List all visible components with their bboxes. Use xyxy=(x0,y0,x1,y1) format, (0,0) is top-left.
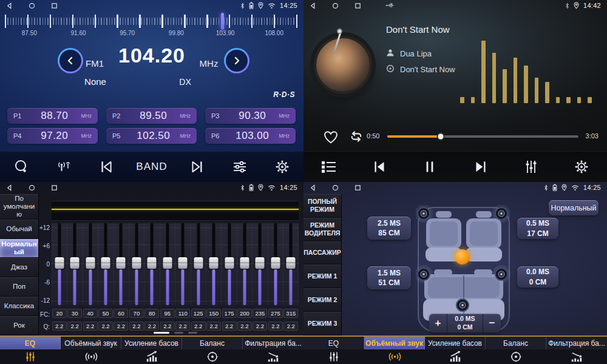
nav-home-icon[interactable] xyxy=(332,184,339,191)
slider-knob[interactable] xyxy=(287,257,296,269)
prev-station-button[interactable] xyxy=(94,155,118,179)
audio-settings-button[interactable] xyxy=(228,155,252,179)
broadcast-button[interactable] xyxy=(52,155,76,179)
eq-band-slider[interactable] xyxy=(237,223,252,305)
eq-band-slider[interactable] xyxy=(175,223,191,305)
radio-preset-button[interactable]: P4 97.20 MHz xyxy=(7,128,98,144)
slider-knob[interactable] xyxy=(240,257,249,269)
eq-band-slider[interactable] xyxy=(129,223,144,305)
progress-bar[interactable] xyxy=(387,135,578,138)
scan-button[interactable] xyxy=(9,155,33,179)
bottom-tab[interactable]: EQ xyxy=(304,337,364,364)
eq-band-slider[interactable] xyxy=(206,223,221,305)
nav-home-icon[interactable] xyxy=(29,184,35,191)
slider-knob[interactable] xyxy=(117,257,126,269)
bottom-tab[interactable]: Баланс xyxy=(182,337,243,364)
settings-button[interactable] xyxy=(270,155,294,179)
slider-knob[interactable] xyxy=(148,257,157,269)
seek-up-button[interactable] xyxy=(224,48,249,73)
slider-knob[interactable] xyxy=(256,257,265,269)
listener-position-dot[interactable] xyxy=(455,249,470,265)
bottom-tab[interactable]: EQ xyxy=(0,337,61,364)
slider-knob[interactable] xyxy=(70,257,80,269)
radio-preset-button[interactable]: P3 90.30 MHz xyxy=(205,108,296,124)
dial-indicator[interactable] xyxy=(221,13,224,30)
eq-band-slider[interactable] xyxy=(114,223,129,305)
eq-band-slider[interactable] xyxy=(268,223,283,305)
eq-preset-item[interactable]: Классика xyxy=(0,297,38,316)
radio-preset-button[interactable]: P6 103.00 MHz xyxy=(205,128,296,144)
playlist-button[interactable] xyxy=(317,155,341,179)
pause-button[interactable] xyxy=(418,155,442,179)
eq-button[interactable] xyxy=(519,155,543,179)
band-button[interactable]: BAND xyxy=(136,161,167,173)
nav-recents-icon[interactable] xyxy=(354,184,361,191)
radio-preset-button[interactable]: P5 102.50 MHz xyxy=(106,128,197,144)
eq-band-slider[interactable] xyxy=(52,223,67,305)
next-track-button[interactable] xyxy=(469,155,493,179)
progress-knob[interactable] xyxy=(437,133,445,141)
radio-preset-button[interactable]: P1 88.70 MHz xyxy=(7,108,98,124)
nav-back-icon[interactable] xyxy=(6,2,13,9)
slider-knob[interactable] xyxy=(178,257,188,269)
eq-band-slider[interactable] xyxy=(222,223,237,305)
eq-preset-item[interactable]: Нормальный xyxy=(0,239,38,258)
eq-band-slider[interactable] xyxy=(67,223,82,305)
nav-back-icon[interactable] xyxy=(310,2,316,9)
eq-band-slider[interactable] xyxy=(144,223,160,305)
slider-knob[interactable] xyxy=(209,257,219,269)
page-dot[interactable] xyxy=(188,332,197,334)
page-dot[interactable] xyxy=(154,332,169,334)
slider-knob[interactable] xyxy=(225,257,234,269)
audio-mode-item[interactable]: РЕЖИМ 1 xyxy=(304,265,341,288)
tuner-dial[interactable] xyxy=(5,15,299,28)
eq-band-slider[interactable] xyxy=(160,223,175,305)
bottom-tab[interactable]: Объёмный звук xyxy=(364,337,425,364)
delay-front-right-button[interactable]: 0.5 MS 17 CM xyxy=(517,218,558,239)
delay-front-left-button[interactable]: 2.5 MS 85 CM xyxy=(367,217,411,240)
delay-rear-left-button[interactable]: 1.5 MS 51 CM xyxy=(367,266,411,289)
eq-preset-item[interactable]: Рок xyxy=(0,316,38,335)
slider-knob[interactable] xyxy=(194,257,203,269)
slider-knob[interactable] xyxy=(271,257,280,269)
audio-mode-item[interactable]: РЕЖИМ 3 xyxy=(304,312,341,335)
audio-mode-item[interactable]: РЕЖИМ ВОДИТЕЛЯ xyxy=(304,218,341,241)
delay-rear-right-button[interactable]: 0.0 MS 0 CM xyxy=(517,266,558,288)
eq-band-slider[interactable] xyxy=(191,223,206,305)
nav-recents-icon[interactable] xyxy=(354,2,361,9)
decrease-delay-button[interactable]: − xyxy=(483,314,501,332)
eq-preset-item[interactable]: Обычай xyxy=(0,220,38,239)
radio-preset-button[interactable]: P2 89.50 MHz xyxy=(106,108,197,124)
nav-home-icon[interactable] xyxy=(29,2,35,9)
bottom-tab[interactable]: Усиление басов xyxy=(121,337,182,364)
eq-band-slider[interactable] xyxy=(253,223,268,305)
nav-home-icon[interactable] xyxy=(332,2,339,9)
eq-preset-item[interactable]: Джаз xyxy=(0,258,38,277)
audio-mode-item[interactable]: ПАССАЖИР xyxy=(304,241,341,265)
increase-delay-button[interactable]: + xyxy=(429,314,447,332)
eq-preset-item[interactable]: Поп xyxy=(0,277,38,297)
audio-mode-item[interactable]: ПОЛНЫЙ РЕЖИМ xyxy=(304,194,341,218)
nav-recents-icon[interactable] xyxy=(51,184,58,191)
eq-band-slider[interactable] xyxy=(283,223,299,305)
prev-track-button[interactable] xyxy=(367,155,392,179)
bottom-tab[interactable]: Баланс xyxy=(486,337,546,364)
slider-knob[interactable] xyxy=(101,257,110,269)
slider-knob[interactable] xyxy=(55,257,64,269)
slider-knob[interactable] xyxy=(86,257,95,269)
next-station-button[interactable] xyxy=(185,155,209,179)
bottom-tab[interactable]: Фильтрация ба... xyxy=(546,337,607,364)
slider-knob[interactable] xyxy=(163,257,172,269)
nav-back-icon[interactable] xyxy=(6,184,13,191)
favorite-button[interactable] xyxy=(322,129,340,146)
bottom-tab[interactable]: Фильтрация ба... xyxy=(243,337,304,364)
page-dot[interactable] xyxy=(174,332,183,334)
audio-mode-item[interactable]: РЕЖИМ 2 xyxy=(304,288,341,312)
repeat-button[interactable] xyxy=(347,128,365,145)
bottom-tab[interactable]: Объёмный звук xyxy=(61,337,121,364)
eq-preset-item[interactable]: По умолчанию xyxy=(0,194,38,220)
eq-band-slider[interactable] xyxy=(83,223,98,305)
surround-preset-button[interactable]: Нормальный xyxy=(549,200,599,215)
nav-recents-icon[interactable] xyxy=(51,2,58,9)
settings-button[interactable] xyxy=(569,155,594,179)
